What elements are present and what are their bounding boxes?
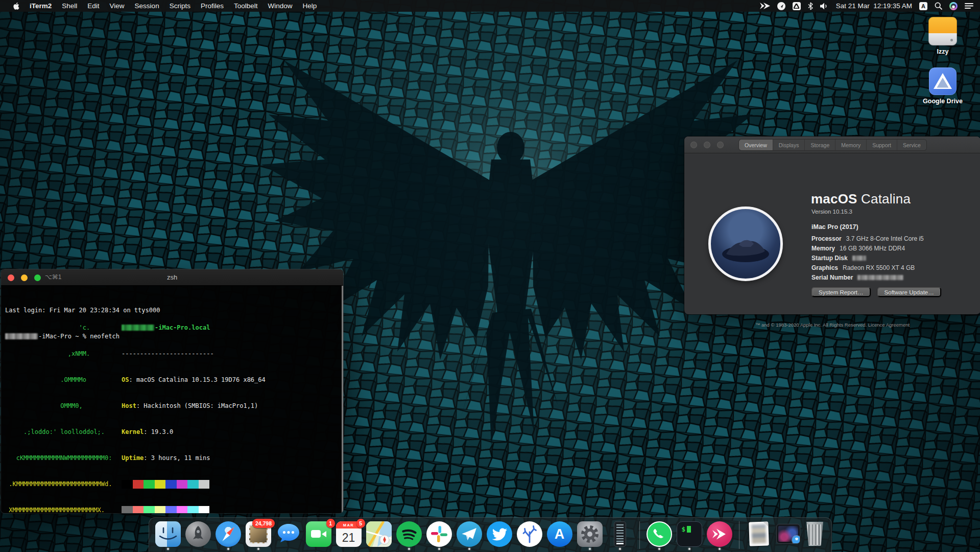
palette-swatch [122, 506, 133, 513]
volume-icon[interactable] [820, 0, 829, 12]
close-button[interactable] [690, 142, 697, 148]
facetime-badge: 1 [326, 519, 335, 528]
minimize-button[interactable] [704, 142, 710, 148]
terminal-title: zsh [1, 273, 343, 281]
spec-memory: Memory 16 GB 3066 MHz DDR4 [811, 243, 924, 253]
tab-support[interactable]: Support [867, 140, 897, 150]
zoom-button[interactable] [717, 142, 724, 148]
google-drive-icon [929, 67, 957, 95]
running-indicator [318, 548, 320, 550]
twitter-icon [487, 521, 512, 547]
apple-menu[interactable] [7, 0, 25, 12]
running-indicator [378, 548, 380, 550]
dock-item-messages[interactable] [276, 521, 301, 550]
menu-scripts[interactable]: Scripts [164, 0, 196, 12]
dock-item-launchpad[interactable] [185, 521, 211, 550]
menu-window[interactable]: Window [262, 0, 297, 12]
spotlight-search-icon[interactable] [935, 0, 942, 12]
running-indicator [619, 548, 621, 550]
menu-edit[interactable]: Edit [82, 0, 104, 12]
os-version: Version 10.15.3 [811, 209, 852, 215]
documents-stack-icon [749, 521, 769, 546]
about-tabs: Overview Displays Storage Memory Support… [739, 140, 926, 150]
neofetch-row-kernel: Kernel19.3.0 [122, 428, 266, 436]
menu-session[interactable]: Session [130, 0, 164, 12]
dock-separator [739, 521, 739, 549]
desktop-icon-izzy-drive[interactable]: Izzy [915, 17, 971, 55]
menu-iterm2[interactable]: iTerm2 [25, 0, 57, 12]
skitch-icon [707, 521, 732, 547]
dock-item-maps[interactable] [366, 521, 392, 550]
menu-view[interactable]: View [105, 0, 130, 12]
software-update-button[interactable]: Software Update… [877, 287, 941, 297]
dock-item-level-meter[interactable] [607, 521, 633, 550]
palette-swatch [155, 506, 166, 513]
dock-item-downloads-stack[interactable] [776, 521, 800, 544]
dock-item-facetime[interactable]: 1 [306, 521, 331, 550]
redacted-value [852, 256, 866, 261]
menu-toolbelt[interactable]: Toolbelt [229, 0, 263, 12]
dock-item-twitter[interactable] [487, 521, 512, 550]
dock-item-documents-stack[interactable] [746, 521, 772, 546]
level-meter-icon [614, 521, 626, 547]
dock-item-slack[interactable] [426, 521, 452, 550]
app-store-icon: A [547, 521, 572, 547]
dock-separator [639, 521, 640, 549]
dock-item-spotify[interactable] [396, 521, 422, 550]
running-indicator [408, 548, 410, 550]
dock-item-system-preferences[interactable] [577, 521, 603, 550]
tab-displays[interactable]: Displays [773, 140, 805, 150]
dock-item-finder[interactable] [155, 521, 181, 550]
running-indicator [197, 548, 199, 550]
tab-memory[interactable]: Memory [835, 140, 867, 150]
input-source-icon[interactable]: A [919, 2, 927, 10]
dock-item-mail[interactable]: 24,798 [246, 521, 271, 550]
menu-shell[interactable]: Shell [57, 0, 82, 12]
dock-item-skitch[interactable] [707, 521, 732, 550]
menu-help[interactable]: Help [297, 0, 322, 12]
dock-item-safari[interactable] [216, 521, 241, 550]
dock-item-calendar[interactable]: 5 MAR 21 [336, 521, 362, 550]
running-indicator [257, 548, 259, 550]
dock-item-iterm2[interactable]: $ [677, 521, 702, 550]
running-indicator [288, 548, 290, 550]
apple-icon [12, 2, 19, 10]
spec-graphics: Graphics Radeon RX 5500 XT 4 GB [811, 263, 924, 272]
location-icon[interactable] [777, 0, 785, 12]
desktop-icon-google-drive[interactable]: Google Drive [915, 67, 971, 105]
skitch-arrows-icon[interactable] [760, 0, 770, 12]
dock-item-telegram[interactable] [457, 521, 482, 550]
palette-swatch [187, 480, 199, 489]
bluetooth-icon[interactable] [808, 0, 813, 12]
running-indicator [167, 548, 169, 550]
terminal-titlebar[interactable]: ⌥⌘1 zsh [1, 269, 343, 286]
neofetch-underline: ------------------------- [122, 350, 266, 358]
menu-bar-menus: iTerm2 Shell Edit View Session Scripts P… [0, 0, 322, 12]
dock-item-whatsapp[interactable] [647, 521, 672, 550]
calendar-day: 21 [336, 528, 362, 547]
dock-item-trash[interactable] [805, 521, 825, 546]
siri-icon[interactable] [949, 2, 958, 10]
spec-startup-disk: Startup Disk [811, 253, 924, 263]
palette-swatch [199, 506, 210, 513]
system-report-button[interactable]: System Report… [811, 287, 871, 297]
about-buttons: System Report… Software Update… [811, 287, 941, 297]
spec-list: Processor 3.7 GHz 8-Core Intel Core i5 M… [811, 234, 924, 282]
menu-profiles[interactable]: Profiles [196, 0, 229, 12]
tab-storage[interactable]: Storage [805, 140, 835, 150]
terminal-scrollbar[interactable] [342, 286, 343, 513]
google-drive-menubar-icon[interactable] [793, 2, 801, 10]
dock-item-coral-app[interactable] [517, 521, 542, 550]
dock-item-app-store[interactable]: A [547, 521, 572, 550]
tab-service[interactable]: Service [897, 140, 926, 150]
tab-overview[interactable]: Overview [739, 140, 773, 150]
shell-prompt[interactable]: -iMac-Pro ~ % [5, 497, 93, 513]
running-indicator [227, 548, 229, 550]
notification-center-icon[interactable] [965, 0, 973, 12]
neofetch-row-host: HostHackintosh (SMBIOS: iMacPro1,1) [122, 402, 266, 410]
system-preferences-icon [577, 521, 603, 547]
running-indicator [688, 548, 690, 550]
about-window-titlebar[interactable]: Overview Displays Storage Memory Support… [684, 136, 980, 153]
dock: 24,798 1 5 MAR 21 [149, 517, 832, 552]
menu-bar-clock[interactable]: Sat 21 Mar 12:19:35 AM [836, 2, 912, 10]
